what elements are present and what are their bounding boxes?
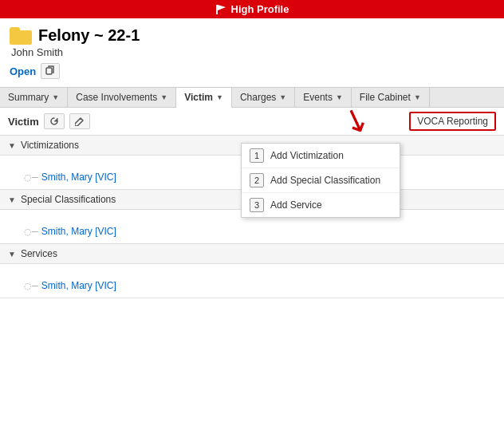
refresh-button[interactable] (44, 113, 65, 129)
defendant-name: John Smith (10, 46, 494, 58)
tree-dots-icon: ◌─ (24, 172, 38, 183)
add-victimization-item[interactable]: 1 Add Victimization (242, 144, 400, 168)
special-classifications-label: Special Classifications (21, 194, 116, 205)
add-victimization-label: Add Victimization (270, 150, 344, 161)
chevron-down-icon: ▼ (279, 93, 286, 101)
case-actions: Open (10, 60, 494, 79)
voca-reporting-button[interactable]: VOCA Reporting (409, 112, 496, 131)
add-service-item[interactable]: 3 Add Service (242, 193, 400, 217)
chevron-down-icon: ▼ (52, 93, 59, 101)
edit-button[interactable] (69, 113, 90, 129)
content-area: ↘ Victim VOCA Reporting 1 Add Victimizat… (0, 108, 504, 298)
svg-marker-1 (218, 5, 226, 10)
add-special-classification-item[interactable]: 2 Add Special Classification (242, 168, 400, 193)
victim-toolbar: Victim VOCA Reporting 1 Add Victimizatio… (0, 108, 504, 136)
item-number-2: 2 (250, 173, 264, 187)
add-dropdown-menu: 1 Add Victimization 2 Add Special Classi… (241, 143, 400, 218)
copy-button[interactable] (41, 63, 60, 79)
victim-section-label: Victim (8, 116, 39, 128)
list-item[interactable]: ◌─ Smith, Mary [VIC] (0, 277, 504, 294)
tab-summary[interactable]: Summary ▼ (0, 88, 68, 107)
item-number-1: 1 (250, 148, 264, 163)
tree-dots-icon: ◌─ (24, 227, 38, 237)
chevron-down-icon: ▼ (414, 93, 421, 101)
chevron-down-icon: ▼ (336, 93, 343, 101)
add-special-classification-label: Add Special Classification (270, 175, 380, 186)
item-number-3: 3 (250, 198, 264, 212)
add-service-label: Add Service (270, 199, 322, 211)
flag-icon (215, 4, 226, 15)
nav-tabs: Summary ▼ Case Involvements ▼ Victim ▼ C… (0, 87, 504, 108)
chevron-down-icon: ▼ (8, 195, 16, 204)
list-item[interactable]: ◌─ Smith, Mary [VIC] (0, 223, 504, 240)
victimizations-label: Victimizations (21, 140, 79, 151)
services-content: ◌─ Smith, Mary [VIC] (0, 264, 504, 298)
services-label: Services (21, 248, 57, 259)
victimization-record-link[interactable]: Smith, Mary [VIC] (41, 172, 116, 183)
folder-icon (10, 27, 32, 45)
tab-case-involvements[interactable]: Case Involvements ▼ (68, 88, 176, 107)
chevron-down-icon: ▼ (160, 93, 167, 101)
chevron-down-icon: ▼ (8, 250, 16, 258)
case-title-row: Felony ~ 22-1 (10, 26, 494, 45)
tab-events[interactable]: Events ▼ (295, 88, 352, 107)
high-profile-label: High Profile (231, 3, 289, 15)
case-title-text: Felony ~ 22-1 (38, 26, 140, 45)
tab-victim[interactable]: Victim ▼ (176, 88, 232, 108)
services-header[interactable]: ▼ Services (0, 244, 504, 264)
chevron-down-icon: ▼ (8, 141, 16, 150)
tab-charges[interactable]: Charges ▼ (232, 88, 295, 107)
tree-dots-icon: ◌─ (24, 281, 38, 291)
chevron-down-icon: ▼ (216, 93, 223, 101)
open-link[interactable]: Open (10, 65, 36, 77)
service-record-link[interactable]: Smith, Mary [VIC] (41, 280, 116, 291)
case-header: Felony ~ 22-1 John Smith Open (0, 18, 504, 82)
high-profile-banner: High Profile (0, 0, 504, 18)
svg-rect-0 (216, 5, 218, 14)
tab-file-cabinet[interactable]: File Cabinet ▼ (352, 88, 430, 107)
special-classification-record-link[interactable]: Smith, Mary [VIC] (41, 226, 116, 237)
svg-rect-2 (46, 68, 52, 74)
